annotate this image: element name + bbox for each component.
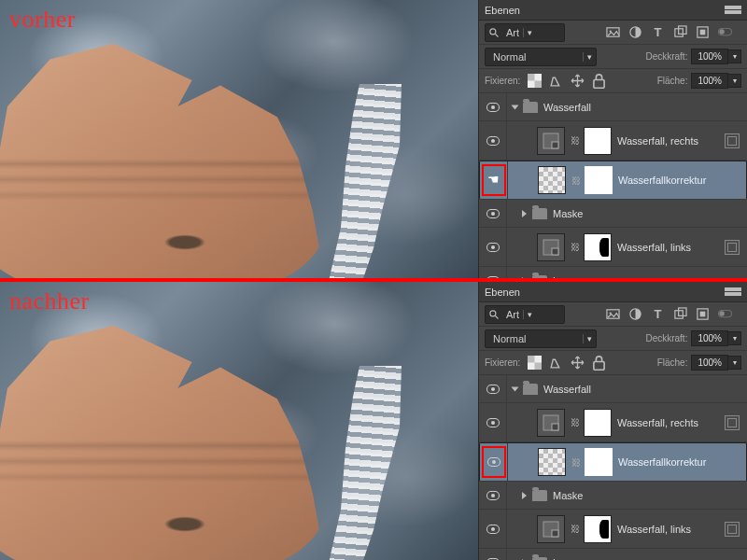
chevron-down-icon[interactable]: ▾ xyxy=(728,356,741,370)
panel-title: Ebenen xyxy=(485,5,520,16)
filter-shape-icon[interactable] xyxy=(673,307,687,321)
mask-thumb xyxy=(584,127,612,155)
fill-value[interactable]: 100% xyxy=(691,355,728,371)
opacity-value[interactable]: 100% xyxy=(691,330,728,346)
layer-group-maske[interactable]: Maske xyxy=(479,200,747,228)
svg-point-29 xyxy=(719,312,724,316)
fill-value[interactable]: 100% xyxy=(691,73,728,89)
chevron-right-icon[interactable] xyxy=(522,210,527,217)
layer-group-wasserfall[interactable]: Wasserfall xyxy=(479,375,747,403)
smartfilter-icon[interactable] xyxy=(725,415,740,430)
mask-thumb xyxy=(584,233,612,261)
eye-icon xyxy=(486,525,500,534)
smartfilter-icon[interactable] xyxy=(725,522,740,537)
filter-smart-icon[interactable] xyxy=(696,25,710,39)
search-icon xyxy=(486,27,502,38)
layers-panel-before: Ebenen Art ▾ T xyxy=(478,0,747,278)
filter-adjustment-icon[interactable] xyxy=(628,25,642,39)
lock-transparency-icon[interactable] xyxy=(528,356,542,370)
visibility-toggle[interactable] xyxy=(479,403,507,441)
eye-icon xyxy=(486,491,500,500)
filter-type-icon[interactable]: T xyxy=(651,25,665,39)
svg-rect-33 xyxy=(594,361,604,370)
chevron-right-icon[interactable] xyxy=(522,492,527,499)
eye-icon xyxy=(486,103,500,112)
layer-name: Wasserfallkorrektur xyxy=(618,456,706,468)
link-icon: ⛓ xyxy=(571,417,578,427)
lock-pixels-icon[interactable] xyxy=(549,356,563,370)
eye-icon xyxy=(486,276,500,279)
layer-wasserfallkorrektur[interactable]: ⛓ Wasserfallkorrektur xyxy=(479,442,747,482)
eye-icon xyxy=(486,136,500,146)
filter-pixel-icon[interactable] xyxy=(606,25,620,39)
visibility-toggle[interactable] xyxy=(479,228,507,266)
filter-pixel-icon[interactable] xyxy=(606,307,620,321)
eye-icon xyxy=(486,385,500,394)
opacity-value[interactable]: 100% xyxy=(691,49,728,64)
svg-line-1 xyxy=(496,34,499,36)
lock-position-icon[interactable] xyxy=(571,356,585,370)
visibility-toggle[interactable] xyxy=(479,510,507,548)
layer-wasserfallkorrektur[interactable]: ☚ ⛓ Wasserfallkorrektur xyxy=(479,161,747,200)
panel-titlebar[interactable]: Ebenen xyxy=(479,282,747,302)
visibility-toggle[interactable] xyxy=(480,443,508,481)
chevron-down-icon[interactable]: ▾ xyxy=(728,331,741,345)
layers-list: Wasserfall ⛓ Wasserfall, rechts ☚ xyxy=(479,93,747,278)
layer-wasserfall-rechts[interactable]: ⛓ Wasserfall, rechts xyxy=(479,403,747,442)
lock-label: Fixieren: xyxy=(485,357,520,368)
layer-group-maske[interactable]: Maske xyxy=(479,482,747,510)
visibility-toggle[interactable] xyxy=(479,93,507,120)
visibility-toggle[interactable]: ☚ xyxy=(480,161,508,199)
chevron-right-icon[interactable] xyxy=(522,277,527,279)
layer-group-lampe[interactable]: Lampe xyxy=(479,267,747,278)
layer-wasserfall-links[interactable]: ⛓ Wasserfall, links xyxy=(479,228,747,267)
visibility-toggle[interactable] xyxy=(479,267,507,278)
smartfilter-icon[interactable] xyxy=(725,133,740,148)
panel-menu-icon[interactable] xyxy=(725,4,741,17)
panel-titlebar[interactable]: Ebenen xyxy=(479,0,747,21)
layer-wasserfall-rechts[interactable]: ⛓ Wasserfall, rechts xyxy=(479,121,747,161)
chevron-down-icon[interactable] xyxy=(512,386,519,391)
filter-shape-icon[interactable] xyxy=(673,25,687,39)
visibility-toggle[interactable] xyxy=(479,121,507,160)
blend-mode-value: Normal xyxy=(486,333,529,344)
layer-filter-type[interactable]: Art ▾ xyxy=(485,23,565,42)
lock-pixels-icon[interactable] xyxy=(549,74,563,88)
filter-smart-icon[interactable] xyxy=(696,307,710,321)
hand-cursor-icon: ☚ xyxy=(487,173,500,186)
svg-point-10 xyxy=(719,30,724,35)
blend-mode-select[interactable]: Normal ▾ xyxy=(485,329,597,348)
lock-position-icon[interactable] xyxy=(571,74,585,88)
composite-head xyxy=(0,310,327,560)
filter-adjustment-icon[interactable] xyxy=(628,307,642,321)
lock-transparency-icon[interactable] xyxy=(528,74,542,88)
svg-rect-27 xyxy=(700,312,706,317)
panel-menu-icon[interactable] xyxy=(725,286,741,299)
layer-group-wasserfall[interactable]: Wasserfall xyxy=(479,93,747,121)
svg-rect-31 xyxy=(528,356,535,363)
chevron-down-icon[interactable]: ▾ xyxy=(728,49,741,63)
visibility-toggle[interactable] xyxy=(479,482,507,509)
blend-mode-select[interactable]: Normal ▾ xyxy=(485,48,597,66)
chevron-down-icon[interactable] xyxy=(512,105,519,109)
smartfilter-icon[interactable] xyxy=(725,240,740,255)
chevron-down-icon[interactable]: ▾ xyxy=(728,74,741,88)
visibility-toggle[interactable] xyxy=(479,200,507,227)
layers-panel-after: Ebenen Art ▾ T xyxy=(478,282,747,560)
lock-all-icon[interactable] xyxy=(592,356,606,370)
canvas-after: nachher xyxy=(0,282,478,560)
layer-group-lampe[interactable]: Lampe xyxy=(479,549,747,560)
filter-toggle-icon[interactable] xyxy=(718,25,732,39)
lock-all-icon[interactable] xyxy=(592,74,606,88)
svg-rect-35 xyxy=(552,424,558,430)
layer-wasserfall-links[interactable]: ⛓ Wasserfall, links xyxy=(479,510,747,549)
visibility-toggle[interactable] xyxy=(479,375,507,402)
filter-type-icon[interactable]: T xyxy=(651,307,665,321)
svg-rect-37 xyxy=(552,530,558,537)
filter-toggle-icon[interactable] xyxy=(718,307,732,321)
folder-icon xyxy=(523,102,538,113)
svg-line-20 xyxy=(496,315,499,318)
layer-name: Wasserfall, rechts xyxy=(617,135,698,147)
layer-filter-type[interactable]: Art ▾ xyxy=(485,305,565,324)
visibility-toggle[interactable] xyxy=(479,549,507,560)
